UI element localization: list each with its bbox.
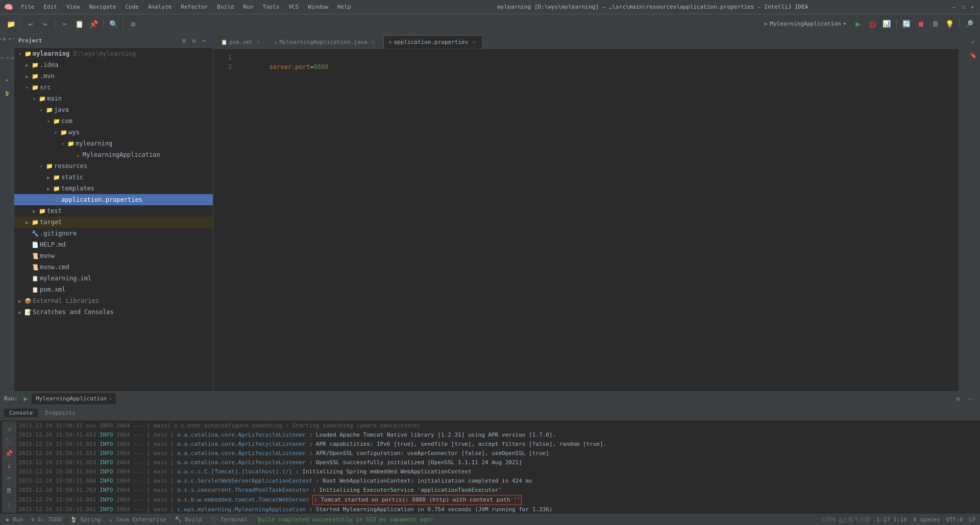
tree-target[interactable]: ▶ 📁 target	[14, 217, 213, 228]
tree-main[interactable]: ▾ 📁 main	[14, 93, 213, 104]
toolbar-copy-btn[interactable]: 📋	[72, 17, 86, 31]
menu-run[interactable]: Run	[239, 3, 257, 11]
bookmarks-icon[interactable]: 🔖	[967, 49, 979, 61]
profile-btn[interactable]: 📊	[880, 17, 893, 31]
maximize-button[interactable]: ❐	[960, 4, 967, 11]
tree-mvn[interactable]: ▶ 📁 .mvn	[14, 70, 213, 82]
settings-btn[interactable]: ⚙	[189, 36, 199, 45]
project-icon[interactable]: Proj	[1, 36, 13, 42]
tree-gitignore[interactable]: ▶ 🔧 .gitignore	[14, 228, 213, 239]
run-panel-hide-btn[interactable]: —	[965, 393, 976, 404]
tree-src[interactable]: ▾ 📁 src	[14, 82, 213, 93]
toolbar-redo-btn[interactable]: ↪	[38, 17, 52, 31]
menu-bar[interactable]: File Edit View Navigate Code Analyze Ref…	[17, 3, 355, 11]
tree-mla-java[interactable]: ▶ ☕ MylearningApplication	[14, 149, 213, 160]
close-button[interactable]: ✕	[969, 4, 976, 11]
run-panel-toolbar[interactable]: ⚙ —	[952, 393, 976, 404]
scroll-end-btn[interactable]: ⤓	[4, 460, 15, 471]
status-terminal-btn[interactable]: ⚫ Terminal	[208, 516, 250, 523]
toolbar-paste-btn[interactable]: 📌	[87, 17, 100, 31]
minimize-button[interactable]: —	[950, 4, 958, 11]
restart-btn[interactable]: ↺	[4, 423, 15, 435]
tree-helpmd[interactable]: ▶ 📄 HELP.md	[14, 239, 213, 250]
toggle-mylearning-pkg[interactable]: ▾	[59, 141, 66, 147]
menu-window[interactable]: Window	[304, 3, 332, 11]
toolbar-cut-btn[interactable]: ✂	[58, 17, 71, 31]
toolbar-folder-icon[interactable]: 📁	[4, 17, 17, 31]
run-panel-settings-btn[interactable]: ⚙	[952, 393, 964, 404]
toggle-main[interactable]: ▾	[31, 96, 38, 102]
toggle-ext-libs[interactable]: ▶	[16, 298, 23, 304]
tab-pom[interactable]: 📋 pom.xml ×	[215, 35, 267, 49]
collapse-all-btn[interactable]: ≡	[179, 36, 188, 45]
run-subtabs[interactable]: Console Endpoints	[0, 406, 980, 420]
tab-mla-close[interactable]: ×	[370, 39, 377, 46]
status-java-enterprise-btn[interactable]: ☕ Java Enterprise	[107, 516, 168, 523]
search-all-btn[interactable]: 🔎	[963, 17, 976, 31]
menu-file[interactable]: File	[17, 3, 39, 11]
menu-edit[interactable]: Edit	[40, 3, 62, 11]
menu-view[interactable]: View	[62, 3, 84, 11]
run-tab-close[interactable]: ×	[109, 396, 111, 401]
toolbar-settings-btn[interactable]: ⚙	[127, 17, 140, 31]
run-btn[interactable]: ▶	[851, 17, 865, 31]
menu-refactor[interactable]: Refactor	[177, 3, 212, 11]
toggle-wys[interactable]: ▾	[52, 130, 59, 135]
spring-icon[interactable]: 🍃	[1, 87, 13, 100]
toggle-resources[interactable]: ▾	[38, 163, 45, 169]
menu-build[interactable]: Build	[213, 3, 238, 11]
tree-wys[interactable]: ▾ 📁 wys	[14, 127, 213, 138]
pin-btn[interactable]: 📌	[4, 448, 15, 459]
tree-test[interactable]: ▶ 📁 test	[14, 205, 213, 217]
log-content[interactable]: 2023-12-24 15:50:31.xxx INFO 2064 --- [ …	[16, 421, 978, 513]
tree-idea[interactable]: ▶ 📁 .idea	[14, 59, 213, 70]
panel-header-buttons[interactable]: ≡ ⚙ —	[179, 36, 209, 45]
menu-analyze[interactable]: Analyze	[144, 3, 176, 11]
tree-com[interactable]: ▾ 📁 com	[14, 115, 213, 127]
tree-pomxml[interactable]: ▶ 📋 pom.xml	[14, 284, 213, 295]
clear-btn[interactable]: 🗑	[4, 485, 15, 496]
run-left-buttons[interactable]: ↺ ⬛ 📌 ⤓ ↩ 🗑 ⋮	[2, 421, 16, 513]
status-left[interactable]: ▶ Run ≡ 6: TODO 🍃 Spring ☕ Java Enterpri…	[4, 516, 433, 523]
hide-panel-btn[interactable]: —	[200, 36, 209, 45]
more-btn[interactable]: ⋮	[4, 499, 15, 511]
project-tree[interactable]: ▾ 📁 mylearning D:\wys\mylearning ▶ 📁 .id…	[14, 48, 213, 391]
toggle-mvn[interactable]: ▶	[23, 74, 31, 79]
menu-tools[interactable]: Tools	[258, 3, 283, 11]
stop-btn[interactable]: ⏹	[914, 17, 927, 31]
menu-code[interactable]: Code	[121, 3, 143, 11]
tab-bar[interactable]: 📋 pom.xml × ☕ MylearningApplication.java…	[213, 34, 966, 49]
structure-icon[interactable]: Str	[1, 55, 13, 61]
tree-app-props[interactable]: ▶ ⚙ application.properties	[14, 194, 213, 205]
run-config-selector[interactable]: ▶ MylearningApplication ▾	[761, 19, 850, 28]
code-editor[interactable]: server.port=8888	[234, 49, 959, 391]
toggle-java[interactable]: ▾	[38, 107, 45, 113]
tab-app-props[interactable]: ⚙ application.properties ×	[383, 35, 483, 49]
tree-java[interactable]: ▾ 📁 java	[14, 104, 213, 115]
editor-scrollbar[interactable]	[959, 49, 966, 391]
notifications-icon[interactable]: ✔	[967, 36, 979, 48]
toggle-templates[interactable]: ▶	[45, 186, 52, 192]
tab-pom-close[interactable]: ×	[255, 39, 262, 46]
toolbar-undo-btn[interactable]: ↩	[24, 17, 37, 31]
tree-mvnwcmd[interactable]: ▶ 📜 mvnw.cmd	[14, 261, 213, 273]
debug-btn[interactable]: 🐞	[866, 17, 879, 31]
toggle-idea[interactable]: ▶	[23, 62, 31, 68]
tree-templates[interactable]: ▶ 📁 templates	[14, 183, 213, 194]
status-build-btn[interactable]: 🔨 Build	[173, 516, 204, 523]
toggle-scratches[interactable]: ▶	[16, 309, 23, 315]
tree-iml[interactable]: ▶ 📋 mylearning.iml	[14, 273, 213, 284]
menu-help[interactable]: Help	[333, 3, 355, 11]
toolbar-find-btn[interactable]: 🔍	[107, 17, 120, 31]
status-todo-btn[interactable]: ≡ 6: TODO	[29, 516, 64, 523]
toggle-src[interactable]: ▾	[23, 85, 31, 90]
window-controls[interactable]: — ❐ ✕	[950, 4, 976, 11]
tab-mla-java[interactable]: ☕ MylearningApplication.java ×	[268, 35, 382, 49]
toggle-test[interactable]: ▶	[31, 208, 38, 214]
favorites-icon[interactable]: ★	[1, 74, 13, 86]
tab-props-close[interactable]: ×	[470, 39, 477, 46]
status-run-btn[interactable]: ▶ Run	[4, 516, 25, 523]
tree-mylearning-pkg[interactable]: ▾ 📁 mylearning	[14, 138, 213, 149]
power-save-btn[interactable]: 💡	[943, 17, 956, 31]
tree-resources[interactable]: ▾ 📁 resources	[14, 160, 213, 172]
